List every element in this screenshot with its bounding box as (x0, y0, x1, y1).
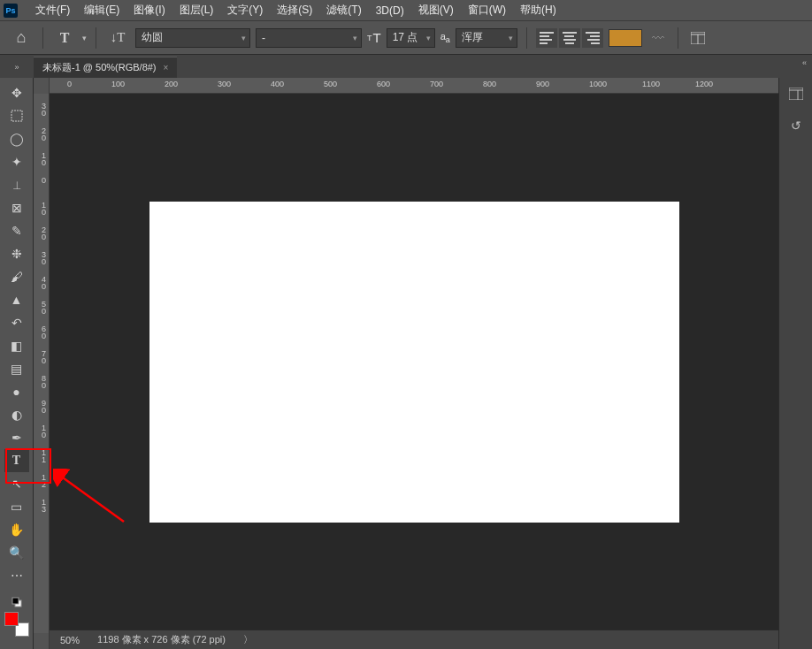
history-panel-icon[interactable]: ↺ (785, 115, 807, 136)
document-tab-bar: » 未标题-1 @ 50%(RGB/8#) × « (0, 55, 812, 78)
ruler-tick: 100 (111, 80, 125, 88)
eyedropper-tool[interactable]: ✎ (4, 219, 29, 242)
history-brush-tool[interactable]: ↶ (4, 311, 29, 334)
stamp-tool[interactable]: ▲ (4, 288, 29, 311)
font-family-dropdown[interactable]: 幼圆 (135, 28, 250, 48)
ruler-tick: 80 (35, 375, 46, 389)
dodge-tool[interactable]: ◐ (4, 403, 29, 426)
menu-3d[interactable]: 3D(D) (369, 1, 411, 20)
font-style-dropdown[interactable]: - (256, 28, 362, 48)
rectangle-tool[interactable]: ▭ (4, 495, 29, 518)
svg-rect-3 (11, 111, 22, 121)
menu-view[interactable]: 视图(V) (411, 1, 461, 20)
status-bar: 50% 1198 像素 x 726 像素 (72 ppi) 〉 (50, 630, 778, 649)
antialias-dropdown[interactable]: 浑厚 (456, 28, 517, 48)
warp-text-button[interactable]: 〰 (647, 28, 669, 48)
ruler-tick: 10 (35, 152, 46, 166)
ruler-tick: 0 (35, 177, 46, 184)
marquee-tool[interactable] (4, 104, 29, 127)
home-button[interactable] (9, 26, 34, 50)
menu-window[interactable]: 窗口(W) (461, 1, 513, 20)
move-tool[interactable]: ✥ (4, 81, 29, 104)
menu-help[interactable]: 帮助(H) (513, 1, 563, 20)
text-orientation-button[interactable]: ↓T (105, 26, 130, 50)
ruler-tick: 30 (35, 103, 46, 117)
path-select-tool[interactable]: ↖ (4, 472, 29, 495)
menu-layer[interactable]: 图层(L) (172, 1, 221, 20)
toolbox-more[interactable]: ⋯ (4, 564, 29, 587)
menu-filter[interactable]: 滤镜(T) (319, 1, 368, 20)
default-colors-icon[interactable] (4, 596, 29, 608)
zoom-level[interactable]: 50% (60, 635, 80, 645)
expand-panels-button[interactable]: « (802, 58, 807, 67)
ruler-tick: 900 (536, 80, 549, 88)
active-tool-icon[interactable]: T (52, 26, 77, 50)
ruler-tick: 200 (165, 80, 178, 88)
hand-tool[interactable]: ✋ (4, 518, 29, 541)
font-size-dropdown[interactable]: 17 点 (387, 28, 435, 48)
properties-panel-icon[interactable] (785, 83, 807, 104)
right-dock: ↺ (778, 78, 812, 649)
menu-bar: Ps 文件(F) 编辑(E) 图像(I) 图层(L) 文字(Y) 选择(S) 滤… (0, 0, 812, 21)
status-more[interactable]: 〉 (243, 633, 253, 646)
close-tab-button[interactable]: × (164, 63, 169, 73)
ruler-tick: 700 (430, 80, 443, 88)
menu-select[interactable]: 选择(S) (270, 1, 319, 20)
main-workspace: ✥ ◯ ✦ ⟂ ⊠ ✎ ❉ 🖌 ▲ ↶ ◧ ▤ ● ◐ ✒ T ↖ ▭ ✋ 🔍 … (0, 78, 812, 649)
ruler-tick: 20 (35, 226, 46, 241)
menu-edit[interactable]: 编辑(E) (77, 1, 126, 20)
document-dimensions: 1198 像素 x 726 像素 (72 ppi) (97, 633, 226, 646)
ruler-tick: 1000 (589, 80, 607, 88)
ruler-tick: 800 (483, 80, 496, 88)
document-tab-label: 未标题-1 @ 50%(RGB/8#) (42, 61, 157, 74)
quick-select-tool[interactable]: ✦ (4, 150, 29, 173)
menu-file[interactable]: 文件(F) (28, 1, 77, 20)
eraser-tool[interactable]: ◧ (4, 334, 29, 357)
ruler-tick: 10 (35, 424, 46, 439)
heal-tool[interactable]: ❉ (4, 242, 29, 265)
ruler-tick: 500 (324, 80, 337, 88)
align-center-button[interactable] (559, 28, 580, 48)
lasso-tool[interactable]: ◯ (4, 127, 29, 150)
crop-tool[interactable]: ⟂ (4, 173, 29, 196)
color-swatches[interactable] (4, 612, 29, 637)
menu-image[interactable]: 图像(I) (126, 1, 172, 20)
font-size-icon: TT (367, 30, 381, 45)
antialias-icon: aa (440, 31, 450, 44)
ruler-tick: 0 (67, 80, 72, 88)
ruler-tick: 400 (271, 80, 284, 88)
divider (96, 27, 96, 49)
ruler-tick: 10 (35, 202, 46, 216)
ruler-tick: 11 (35, 449, 46, 463)
canvas-viewport[interactable] (50, 94, 778, 630)
pen-tool[interactable]: ✒ (4, 426, 29, 449)
ruler-tick: 60 (35, 325, 46, 340)
canvas[interactable] (149, 202, 679, 523)
zoom-tool[interactable]: 🔍 (4, 541, 29, 564)
ruler-tick: 600 (377, 80, 390, 88)
align-left-button[interactable] (536, 28, 557, 48)
divider (678, 27, 678, 49)
gradient-tool[interactable]: ▤ (4, 357, 29, 380)
text-align-group (536, 28, 603, 48)
align-right-button[interactable] (582, 28, 603, 48)
frame-tool[interactable]: ⊠ (4, 196, 29, 219)
document-tab[interactable]: 未标题-1 @ 50%(RGB/8#) × (34, 57, 177, 78)
foreground-color-swatch[interactable] (4, 612, 19, 626)
app-logo: Ps (4, 4, 18, 18)
ruler-tick: 300 (218, 80, 231, 88)
type-tool[interactable]: T (4, 449, 29, 472)
text-color-swatch[interactable] (609, 29, 642, 47)
character-panel-button[interactable] (687, 28, 709, 48)
ruler-tick: 13 (35, 499, 46, 513)
ruler-tick: 12 (35, 474, 46, 488)
expand-toolbox-button[interactable]: » (0, 57, 34, 78)
divider (42, 27, 43, 49)
brush-tool[interactable]: 🖌 (4, 265, 29, 288)
options-bar: T ▾ ↓T 幼圆 - TT 17 点 aa 浑厚 〰 (0, 21, 812, 55)
blur-tool[interactable]: ● (4, 380, 29, 403)
menu-type[interactable]: 文字(Y) (220, 1, 270, 20)
toolbox: ✥ ◯ ✦ ⟂ ⊠ ✎ ❉ 🖌 ▲ ↶ ◧ ▤ ● ◐ ✒ T ↖ ▭ ✋ 🔍 … (0, 78, 34, 649)
ruler-tick: 1100 (642, 80, 660, 88)
tool-preset-dropdown-icon[interactable]: ▾ (82, 34, 87, 42)
